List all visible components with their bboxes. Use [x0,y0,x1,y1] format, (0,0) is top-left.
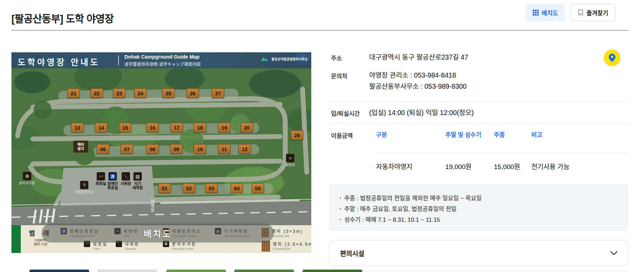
info-center-icon: ? [80,181,88,189]
map-title-band: 도학야영장 안내도 Dohak Campground Guide Map 道学露… [11,52,311,68]
header-divider [11,30,628,30]
site-marker-13: 13 [71,123,84,132]
legend-label-english: Showers [125,247,139,251]
site-marker-01: 01 [158,183,171,193]
map-caption-overlay: 배치도 [42,223,274,243]
favorite-button[interactable]: 즐겨찾기 [571,4,616,21]
usage-notes-box: 주중 : 법정공휴일의 전일을 제외한 매주 일요일 ~ 목요일주말 : 매주 … [329,184,628,231]
price-cell: 15,000원 [494,161,520,171]
site-marker-20: 20 [241,123,253,132]
dish-washing-icon: ▤ [133,172,142,181]
site-marker-17: 17 [171,123,183,132]
site-marker-26: 26 [186,88,199,98]
legend-item: 영지 (3.5×4.5m)Camping Site [262,241,311,252]
facility-info-center: ?야영장관리소 [72,181,96,194]
site-marker-27: 27 [212,88,224,98]
facility-recycle: ♻분리수거장 [15,172,39,185]
contact-value-2: 팔공산동부사무소 : 053-989-8300 [369,81,467,91]
site-marker-19: 19 [218,123,230,132]
layout-map-button[interactable]: 배치도 [526,4,565,21]
site-marker-08: 08 [146,144,159,154]
layout-map-button-label: 배치도 [542,8,558,17]
contact-value-1: 야영장 관리소 : 053-984-8418 [369,70,456,80]
facility-label: 세면대 [285,163,295,167]
legend-label-korean: 영지 (3×3m) [272,228,303,234]
map-title-korean: 도학야영장 안내도 [18,55,100,68]
price-col-header: 주중 [494,130,505,139]
map-title-divider [118,55,119,65]
site-marker-18: 18 [194,123,206,132]
site-marker-07: 07 [121,144,133,154]
legend-label-english: Toilet [93,247,107,251]
price-cell: 19,000원 [445,161,472,171]
legend-green-stripe [11,225,21,253]
price-cell: 전기사용 가능 [531,161,569,171]
facility-dish-washing: ▤식기 세척장 [125,172,150,190]
site-marker-05: 05 [252,183,264,193]
page-title: [팔공산동부] 도학 야영장 [11,11,114,25]
facility-accordion[interactable]: 편의시설 [329,240,628,266]
site-marker-24: 24 [134,88,147,98]
price-col-header: 비고 [531,130,542,139]
site-marker-10: 10 [194,144,206,154]
map-caption-label: 배치도 [143,227,172,239]
carousel-thumbnail-5[interactable] [303,270,362,272]
carousel-thumbnail-1[interactable] [29,270,89,272]
legend-label-english: Camping Site [273,247,311,251]
aerial-photo: 2122232425262713141516171819202806070809… [11,68,311,225]
recycle-icon: ♻ [23,172,31,180]
site-marker-25: 25 [162,88,175,98]
map-pin-button[interactable] [604,50,620,66]
carousel-thumbnail-4[interactable] [234,270,294,272]
campground-guide-map-image[interactable]: 도학야영장 안내도 Dohak Campground Guide Map 道学露… [11,52,311,253]
site-marker-11: 11 [218,144,230,154]
mountain-logo-icon [260,56,270,62]
site-marker-22: 22 [90,88,103,98]
map-title-cjk: 道学露营场导游图·道学キャンプ場案内図 [124,61,201,67]
park-office-logo-text: 팔공산국립공원동부사무소 [271,56,308,61]
site-marker-21: 21 [67,88,80,98]
grid-icon [533,10,539,16]
site-marker-12: 12 [238,144,251,154]
usage-note-item: 성수기 : 매해 7.1 ~ 8.31, 10.1 ~ 11.15 [340,214,628,225]
site-marker-28: 28 [291,130,303,140]
facility-label: 분리수거장 [19,181,35,185]
site-marker-23: 23 [113,88,125,98]
checkin-label: 입/퇴실시간 [331,109,360,117]
divider [329,102,628,102]
price-table-divider [376,153,628,153]
sink-icon: ≈ [286,154,294,162]
usage-note-item: 주중 : 법정공휴일의 전일을 제외한 매주 일요일 ~ 목요일 [340,193,628,204]
facility-label: 야영장관리소 [75,190,94,194]
carousel-thumbnail-2[interactable] [97,270,157,272]
carousel-thumbnail-3[interactable] [166,270,226,272]
address-value: 대구광역시 동구 팔공산로237길 47 [369,52,468,62]
site-marker-15: 15 [119,123,131,132]
legend-label-english: Recycling center [172,247,196,251]
site-marker-03: 03 [205,183,218,193]
park-office-logo: 팔공산국립공원동부사무소 [260,56,308,62]
price-col-header: 주말 및 성수기 [445,130,481,139]
checkin-value: (입실) 14:00 (퇴실) 익일 12:00(정오) [369,107,474,117]
price-label: 이용금액 [331,131,353,140]
legend-label-english: Camping Site [272,234,303,238]
chevron-down-icon [610,251,618,255]
reserve-site-marker: 예비 영지 [73,141,88,152]
bookmark-icon [578,9,583,16]
facility-label: 식기 세척장 [132,182,143,190]
price-cell: 자동차야영지 [376,161,412,171]
map-title-english: Dohak Campground Guide Map [124,54,200,60]
usage-note-item: 주말 : 매주 금요일, 토요일, 법정공휴일의 전일 [340,204,628,214]
price-col-header: 구분 [376,130,387,139]
road-marking-text: 야영장 [149,199,155,213]
usage-notes-list: 주중 : 법정공휴일의 전일을 제외한 매주 일요일 ~ 목요일주말 : 매주 … [329,184,628,225]
favorite-button-label: 즐겨찾기 [586,8,608,17]
address-label: 주소 [331,53,342,62]
site-marker-14: 14 [95,123,107,132]
facility-accordion-label: 편의시설 [340,248,364,258]
campground-detail-page: [팔공산동부] 도학 야영장 배치도 즐겨찾기 도학야영장 안내도 D [0,0,644,272]
roads-graphic [11,68,311,225]
site-marker-06: 06 [97,144,109,154]
site-marker-16: 16 [146,123,159,132]
contact-label: 문의처 [331,71,347,80]
